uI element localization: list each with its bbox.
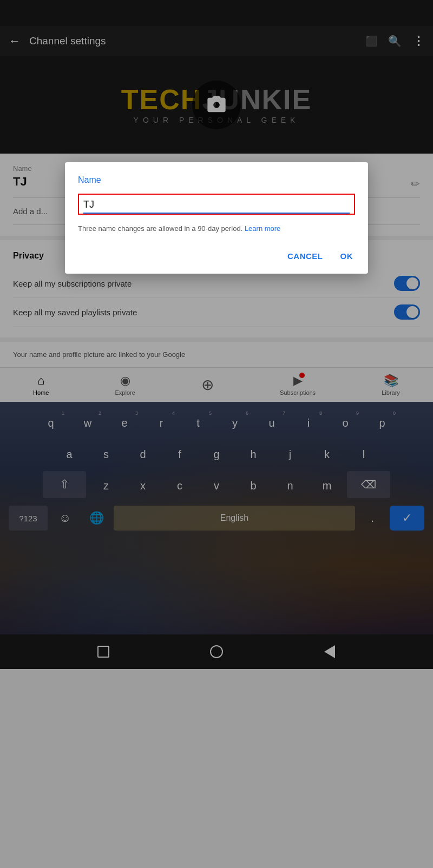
dialog-title: Name bbox=[78, 175, 355, 185]
name-input[interactable] bbox=[83, 197, 350, 214]
name-dialog: Name Three name changes are allowed in a… bbox=[65, 162, 368, 274]
dialog-overlay bbox=[0, 0, 433, 868]
dialog-input-wrapper bbox=[78, 194, 355, 215]
cancel-button[interactable]: CANCEL bbox=[285, 247, 325, 265]
dialog-helper: Three name changes are allowed in a 90-d… bbox=[78, 223, 355, 234]
learn-more-link[interactable]: Learn more bbox=[245, 224, 280, 233]
ok-button[interactable]: OK bbox=[338, 247, 356, 265]
dialog-buttons: CANCEL OK bbox=[78, 247, 355, 265]
